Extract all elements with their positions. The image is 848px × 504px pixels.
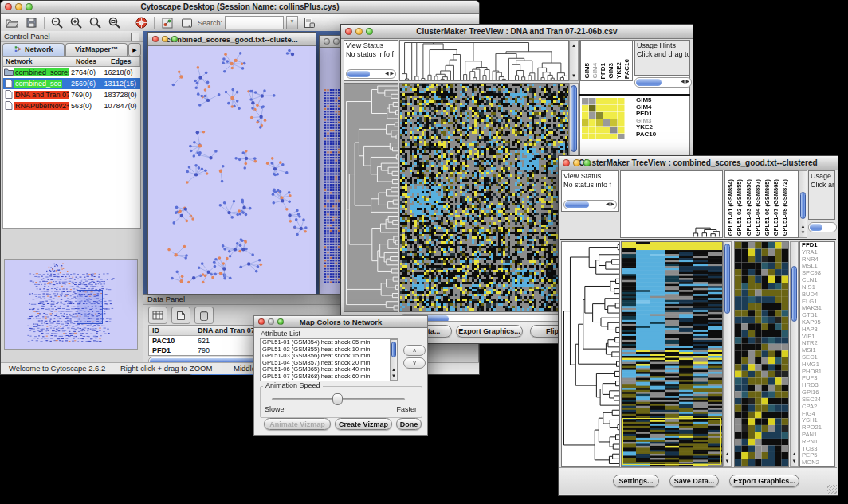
tv1-top-scrollbar[interactable]: ▲▼ <box>569 40 579 81</box>
column-label[interactable]: GPL51-02 (GSM855) <box>736 179 743 236</box>
zoom-window-icon[interactable] <box>171 36 178 42</box>
help-lifering-icon[interactable] <box>133 15 149 30</box>
tv2-zoom-heatmap-canvas[interactable] <box>735 242 788 466</box>
annotation-icon[interactable] <box>179 15 194 30</box>
zoom-window-icon[interactable] <box>26 3 33 10</box>
column-label[interactable]: GPL51-03 (GSM856) <box>745 179 752 236</box>
birdseye-canvas[interactable] <box>5 260 137 347</box>
tv2-zoom-heatmap[interactable] <box>734 241 789 467</box>
network-tree-row[interactable]: combined_scores2764(0)16218(0) <box>3 67 140 78</box>
column-label[interactable]: PAC10 <box>623 59 630 79</box>
tv2-vscrollbar[interactable]: ▲▼ <box>723 241 732 467</box>
tab-network[interactable]: Network <box>2 43 65 57</box>
minimize-icon[interactable] <box>268 318 274 325</box>
tv1-hints-scrollbar[interactable]: ◀ ▶ <box>634 77 692 88</box>
col-header-nodes[interactable]: Nodes <box>73 57 108 66</box>
zoom-selected-icon[interactable] <box>107 15 123 30</box>
tv1-titlebar[interactable]: ClusterMaker TreeView : DNA and Tran 07-… <box>341 25 693 39</box>
gene-label[interactable]: MON2 <box>800 459 834 467</box>
create-vizmap-button[interactable]: Create Vizmap <box>335 418 392 430</box>
tab-vizmapper[interactable]: VizMapper™ <box>65 43 128 57</box>
zoom-window-icon[interactable] <box>366 28 373 35</box>
zoom-window-icon[interactable] <box>277 318 284 325</box>
zoom-window-icon[interactable] <box>583 159 591 166</box>
column-label[interactable]: PFD1 <box>599 63 607 79</box>
move-down-button[interactable]: ∨ <box>403 357 426 369</box>
attribute-item[interactable]: GPL51-07 (GSM868) heat shock 60 min <box>261 373 398 381</box>
network-tree-row[interactable]: DNA and Tran 07769(0)183728(0) <box>3 89 140 100</box>
tv1-heatmap-canvas[interactable] <box>400 84 568 311</box>
col-header-edges[interactable]: Edges <box>108 57 140 66</box>
select-attributes-icon[interactable] <box>148 307 167 324</box>
export-graphics-button[interactable]: Export Graphics... <box>456 325 523 338</box>
tv2-row-dendrogram[interactable] <box>561 241 620 467</box>
column-label[interactable]: GPL51-08 (GSM872) <box>781 179 788 236</box>
tv1-row-dendrogram[interactable] <box>344 83 398 312</box>
tv1-vscroll-thumb[interactable] <box>571 85 577 152</box>
settings-button[interactable]: Settings... <box>613 475 659 487</box>
tv2-vscroll-thumb[interactable] <box>724 244 730 314</box>
column-label[interactable]: GPL51-01 (GSM854) <box>727 179 734 236</box>
tv2-zoom-scroll-thumb[interactable] <box>791 266 797 322</box>
network-tree-row[interactable]: combined_sco2569(6)13112(15) <box>3 78 140 89</box>
col-header-id[interactable]: ID <box>149 326 194 335</box>
tv2-heatmap-canvas[interactable] <box>622 242 722 466</box>
tv2-zoom-scrollbar[interactable]: ▲▼ <box>790 241 799 467</box>
column-label[interactable]: GPL51-06 (GSM865) <box>764 179 771 236</box>
net1-titlebar[interactable]: combined_scores_good.txt--cluste... <box>148 33 316 46</box>
resize-grip[interactable] <box>827 485 837 494</box>
close-icon[interactable] <box>345 28 352 35</box>
search-input[interactable] <box>225 16 284 29</box>
tv1-column-dendrogram-canvas[interactable] <box>400 41 568 80</box>
zoom-in-icon[interactable] <box>69 15 84 30</box>
new-attribute-icon[interactable] <box>171 307 190 324</box>
tv2-hints-scrollbar[interactable] <box>808 222 837 232</box>
save-button[interactable] <box>23 15 39 30</box>
column-label[interactable]: GPL51-07 (GSM868) <box>772 179 779 236</box>
zoom-out-icon[interactable] <box>49 15 65 30</box>
zoom-fit-icon[interactable] <box>88 15 104 30</box>
network-tree-row[interactable]: RNAPuberNov2+563(0)107847(0) <box>3 100 140 111</box>
close-icon[interactable] <box>563 159 570 166</box>
tv2-labels-scroll-thumb[interactable] <box>800 192 806 219</box>
report-icon[interactable] <box>301 15 317 30</box>
column-label[interactable]: GIM4 <box>591 63 599 79</box>
dialog-titlebar[interactable]: Map Colors to Network <box>254 316 427 328</box>
network-canvas[interactable] <box>148 46 314 293</box>
delete-attribute-trash-icon[interactable] <box>194 307 214 324</box>
search-dropdown-arrow[interactable]: ▼ <box>286 16 298 29</box>
column-label[interactable]: YKE2 <box>615 62 622 79</box>
attribute-scroll-thumb[interactable] <box>391 342 396 357</box>
animate-vizmap-button[interactable]: Animate Vizmap <box>264 418 331 430</box>
close-icon[interactable] <box>5 3 12 10</box>
tv1-heatmap[interactable] <box>399 83 569 312</box>
minimize-icon[interactable] <box>355 28 363 35</box>
tv2-labels-scrollbar[interactable]: ▲▼ <box>799 170 807 238</box>
col-header-network[interactable]: Network <box>3 57 73 66</box>
tv1-row-dendrogram-canvas[interactable] <box>344 84 398 311</box>
tv2-column-dendrogram[interactable] <box>620 170 723 238</box>
attribute-list-scrollbar[interactable]: ▲▼ <box>390 339 398 381</box>
main-titlebar[interactable]: Cytoscape Desktop (Session Name: collins… <box>1 1 479 14</box>
close-icon[interactable] <box>324 38 330 45</box>
save-data-button[interactable]: Save Data... <box>669 475 719 487</box>
column-label[interactable]: GIM3 <box>607 63 614 79</box>
close-icon[interactable] <box>258 318 265 325</box>
birdseye-view[interactable] <box>4 259 138 350</box>
tab-overflow-arrow[interactable]: ▶ <box>128 43 141 57</box>
tv2-status-scrollbar[interactable]: ◀ ▶ <box>563 200 617 209</box>
tv1-column-dendrogram[interactable] <box>399 40 569 81</box>
tv1-zoom-matrix[interactable] <box>581 97 626 139</box>
minimize-icon[interactable] <box>573 159 580 166</box>
open-file-button[interactable] <box>4 15 20 30</box>
column-label[interactable]: GPL51-04 (GSM857) <box>754 179 761 236</box>
tv1-status-scrollbar[interactable]: ◀ ▶ <box>346 69 396 79</box>
tv2-column-dendrogram-canvas[interactable] <box>621 171 722 237</box>
column-label[interactable]: GIM5 <box>583 63 591 79</box>
move-up-button[interactable]: ∧ <box>403 345 426 356</box>
tv2-titlebar[interactable]: ClusterMaker TreeView : combined_scores_… <box>559 156 838 170</box>
minimize-icon[interactable] <box>333 38 340 45</box>
close-icon[interactable] <box>152 36 159 42</box>
tv2-row-dendrogram-canvas[interactable] <box>562 242 619 466</box>
minimize-icon[interactable] <box>15 3 22 10</box>
